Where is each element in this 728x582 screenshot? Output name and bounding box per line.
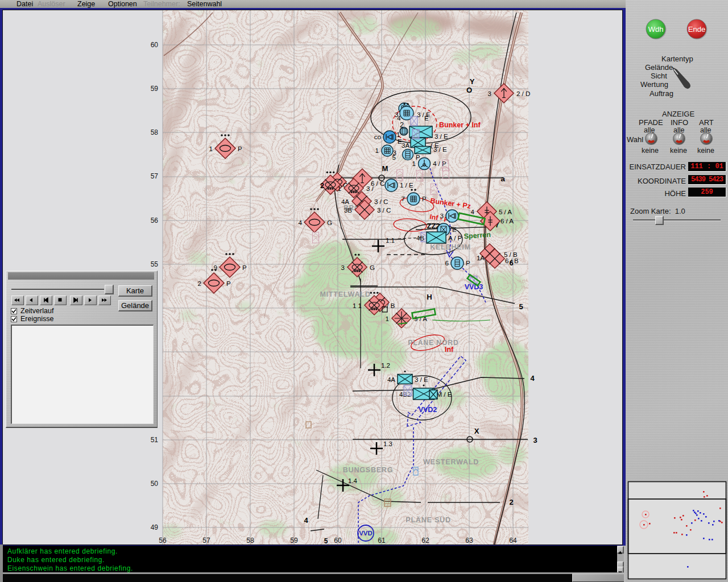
- svg-text:58: 58: [151, 128, 159, 136]
- svg-text:3 / C: 3 / C: [377, 207, 391, 214]
- svg-text:1: 1: [209, 146, 213, 152]
- svg-text:P: P: [242, 264, 247, 271]
- svg-text:56: 56: [159, 537, 167, 544]
- svg-text:51: 51: [151, 436, 159, 444]
- svg-text:4: 4: [304, 516, 308, 525]
- svg-text:WESTERWALD: WESTERWALD: [423, 458, 479, 466]
- svg-text:G: G: [327, 219, 332, 226]
- svg-text:59: 59: [290, 537, 298, 544]
- svg-text:Bunker + Inf: Bunker + Inf: [439, 121, 481, 129]
- svg-text:VVD2: VVD2: [419, 406, 437, 414]
- svg-text:6 / A: 6 / A: [500, 218, 514, 225]
- svg-text:5: 5: [324, 537, 328, 545]
- svg-text:62: 62: [421, 537, 429, 544]
- svg-text:3A: 3A: [402, 142, 410, 149]
- svg-text:Y: Y: [470, 77, 475, 86]
- svg-text:3 / E: 3 / E: [435, 133, 448, 140]
- svg-text:49: 49: [151, 523, 159, 531]
- svg-text:3 / E: 3 / E: [433, 146, 447, 153]
- svg-text:VVD: VVD: [359, 530, 373, 537]
- svg-text:1: 1: [396, 131, 400, 138]
- svg-text:6 / B: 6 / B: [505, 257, 519, 264]
- svg-text:4: 4: [299, 219, 303, 226]
- svg-text:O: O: [466, 86, 472, 94]
- svg-text:3: 3: [440, 213, 444, 219]
- svg-text:P: P: [422, 196, 427, 202]
- svg-text:57: 57: [151, 172, 159, 180]
- svg-text:2: 2: [320, 182, 324, 190]
- svg-text:2: 2: [198, 280, 201, 287]
- svg-text:3: 3: [533, 436, 537, 444]
- svg-text:A / P: A / P: [448, 235, 462, 242]
- svg-text:1: 1: [375, 147, 379, 154]
- svg-text:61: 61: [378, 537, 386, 544]
- svg-text:57: 57: [202, 537, 210, 544]
- svg-text:H: H: [427, 293, 432, 301]
- svg-text:KELBHEIM: KELBHEIM: [430, 243, 471, 251]
- svg-text:4: 4: [530, 374, 535, 383]
- svg-text:BUNGSBERG: BUNGSBERG: [343, 466, 393, 474]
- svg-text:1.2: 1.2: [381, 362, 390, 369]
- svg-text:4B: 4B: [416, 235, 424, 242]
- svg-text:60: 60: [334, 537, 342, 544]
- svg-text:Inf: Inf: [445, 346, 454, 354]
- svg-text:6: 6: [445, 260, 449, 267]
- svg-text:3: 3: [341, 264, 345, 271]
- svg-text:P: P: [416, 154, 420, 161]
- svg-text:60: 60: [151, 41, 159, 49]
- svg-text:3 / C: 3 / C: [374, 198, 388, 205]
- svg-text:M: M: [382, 164, 388, 173]
- svg-text:63: 63: [465, 537, 473, 544]
- svg-text:55: 55: [151, 260, 159, 268]
- svg-text:58: 58: [246, 537, 254, 544]
- svg-text:P: P: [226, 280, 231, 287]
- svg-text:1 / E: 1 / E: [400, 182, 413, 189]
- svg-text:M / E: M / E: [437, 391, 452, 398]
- svg-text:1: 1: [412, 160, 416, 167]
- svg-text:1.1: 1.1: [386, 237, 395, 244]
- svg-text:59: 59: [151, 85, 159, 93]
- svg-text:PLÄNE SÜD: PLÄNE SÜD: [406, 516, 450, 524]
- svg-text:1.3: 1.3: [383, 440, 392, 447]
- svg-text:P: P: [466, 260, 470, 267]
- svg-text:1A: 1A: [477, 255, 485, 261]
- svg-text:4A: 4A: [341, 198, 349, 205]
- svg-text:/ B: / B: [387, 302, 395, 309]
- svg-text:Ende: Ende: [688, 25, 705, 34]
- svg-text:G: G: [370, 264, 375, 271]
- svg-text:3B: 3B: [344, 207, 352, 214]
- svg-text:56: 56: [151, 217, 159, 225]
- svg-text:3 /: 3 /: [366, 185, 374, 192]
- svg-text:E: E: [452, 226, 457, 233]
- svg-text:1 1: 1 1: [353, 302, 362, 309]
- svg-text:3 / E: 3 / E: [415, 376, 428, 383]
- svg-text:1.4: 1.4: [348, 477, 358, 484]
- svg-text:2 / D: 2 / D: [516, 90, 530, 97]
- svg-text:5: 5: [392, 154, 396, 161]
- svg-text:1: 1: [338, 185, 341, 192]
- svg-text:E: E: [424, 115, 429, 122]
- svg-text:7: 7: [402, 196, 405, 202]
- svg-text:X: X: [474, 427, 479, 435]
- svg-text:4A: 4A: [387, 376, 395, 383]
- svg-text:co: co: [374, 134, 381, 140]
- svg-text:64: 64: [509, 537, 517, 544]
- svg-text:1: 1: [386, 315, 389, 322]
- svg-text:3: 3: [488, 90, 491, 97]
- svg-text:P: P: [238, 146, 242, 152]
- svg-text:4: 4: [471, 209, 475, 215]
- svg-text:MITTELWALD: MITTELWALD: [320, 290, 370, 298]
- svg-text:5 / A: 5 / A: [499, 209, 512, 215]
- svg-text:a: a: [500, 174, 505, 183]
- svg-text:4 / P: 4 / P: [433, 160, 446, 167]
- svg-text:2: 2: [509, 498, 513, 506]
- svg-text:5: 5: [519, 302, 523, 311]
- svg-text:Wdh: Wdh: [648, 25, 664, 34]
- svg-text:50: 50: [151, 480, 159, 488]
